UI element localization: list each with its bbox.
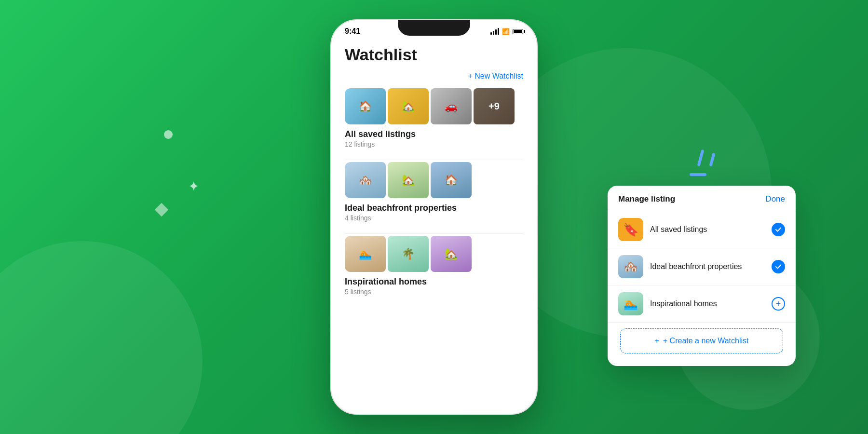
watchlist-count-beachfront: 4 listings xyxy=(345,214,523,222)
check-filled-all[interactable] xyxy=(772,223,785,236)
accent-decoration xyxy=(690,149,714,179)
manage-header: Manage listing Done xyxy=(608,186,796,211)
plus-icon: + xyxy=(654,337,659,345)
watchlist-name-inspirational: Inspirational homes xyxy=(345,277,523,287)
manage-item-beachfront[interactable]: 🏘️ Ideal beachfront properties xyxy=(608,248,796,285)
thumb-3: 🚗 xyxy=(431,88,472,124)
dot-decoration xyxy=(164,130,173,139)
create-watchlist-button[interactable]: + + Create a new Watchlist xyxy=(620,328,783,353)
thumb-beach-3: 🏠 xyxy=(431,162,472,198)
watchlist-item-inspirational[interactable]: 🏊 🌴 🏡 Inspirational homes 5 listings xyxy=(345,236,523,296)
check-empty-inspirational[interactable]: + xyxy=(772,297,785,311)
create-watchlist-label: + Create a new Watchlist xyxy=(663,337,749,345)
signal-icon xyxy=(490,28,499,35)
watchlist-thumbnails-inspirational: 🏊 🌴 🏡 xyxy=(345,236,523,272)
thumb-overlay-count: +9 xyxy=(474,88,515,124)
wifi-icon: 📶 xyxy=(502,28,510,35)
new-watchlist-button[interactable]: + New Watchlist xyxy=(345,72,523,81)
check-filled-beachfront[interactable] xyxy=(772,260,785,273)
manage-thumb-all: 🔖 xyxy=(618,218,643,241)
phone-screen: 9:41 📶 Watchlist + Ne xyxy=(331,20,537,414)
manage-item-inspirational[interactable]: 🏊 Inspirational homes + xyxy=(608,285,796,323)
battery-icon xyxy=(513,29,523,34)
manage-done-button[interactable]: Done xyxy=(765,194,785,204)
manage-item-name-inspirational: Inspirational homes xyxy=(650,299,765,308)
watchlist-count-inspirational: 5 listings xyxy=(345,288,523,296)
watchlist-item-beachfront[interactable]: 🏘️ 🏡 🏠 Ideal beachfront properties 4 lis… xyxy=(345,162,523,222)
manage-thumb-inspirational: 🏊 xyxy=(618,292,643,315)
thumb-2: 🏡 xyxy=(388,88,429,124)
separator-1 xyxy=(345,160,523,160)
manage-title: Manage listing xyxy=(618,194,675,204)
bookmark-icon: 🔖 xyxy=(623,222,638,237)
sparkle-icon: ✦ xyxy=(188,178,199,194)
thumb-1: 🏠 xyxy=(345,88,386,124)
phone-content: Watchlist + New Watchlist 🏠 🏡 🚗 xyxy=(331,36,537,407)
manage-listing-panel: Manage listing Done 🔖 All saved listings… xyxy=(608,186,796,366)
manage-thumb-beachfront: 🏘️ xyxy=(618,255,643,278)
thumb-insp-1: 🏊 xyxy=(345,236,386,272)
status-time: 9:41 xyxy=(345,27,360,36)
new-watchlist-label: + New Watchlist xyxy=(468,72,523,81)
diamond-decoration xyxy=(155,203,168,217)
watchlist-thumbnails-all: 🏠 🏡 🚗 +9 xyxy=(345,88,523,124)
watchlist-name-beachfront: Ideal beachfront properties xyxy=(345,203,523,213)
page-title: Watchlist xyxy=(345,45,523,64)
thumb-insp-3: 🏡 xyxy=(431,236,472,272)
watchlist-item-all[interactable]: 🏠 🏡 🚗 +9 All saved listings 12 listings xyxy=(345,88,523,148)
phone-notch xyxy=(398,20,470,36)
bg-decoration-1 xyxy=(0,241,203,434)
watchlist-count-all: 12 listings xyxy=(345,140,523,148)
watchlist-name-all: All saved listings xyxy=(345,129,523,139)
thumb-beach-1: 🏘️ xyxy=(345,162,386,198)
thumb-beach-2: 🏡 xyxy=(388,162,429,198)
status-icons: 📶 xyxy=(490,28,523,35)
manage-item-all[interactable]: 🔖 All saved listings xyxy=(608,211,796,248)
manage-item-name-beachfront: Ideal beachfront properties xyxy=(650,262,765,271)
manage-item-name-all: All saved listings xyxy=(650,225,765,234)
thumb-4: +9 xyxy=(474,88,515,124)
separator-2 xyxy=(345,233,523,234)
thumb-insp-2: 🌴 xyxy=(388,236,429,272)
phone-frame: 9:41 📶 Watchlist + Ne xyxy=(330,19,538,415)
watchlist-thumbnails-beachfront: 🏘️ 🏡 🏠 xyxy=(345,162,523,198)
create-watchlist-section: + + Create a new Watchlist xyxy=(608,323,796,366)
